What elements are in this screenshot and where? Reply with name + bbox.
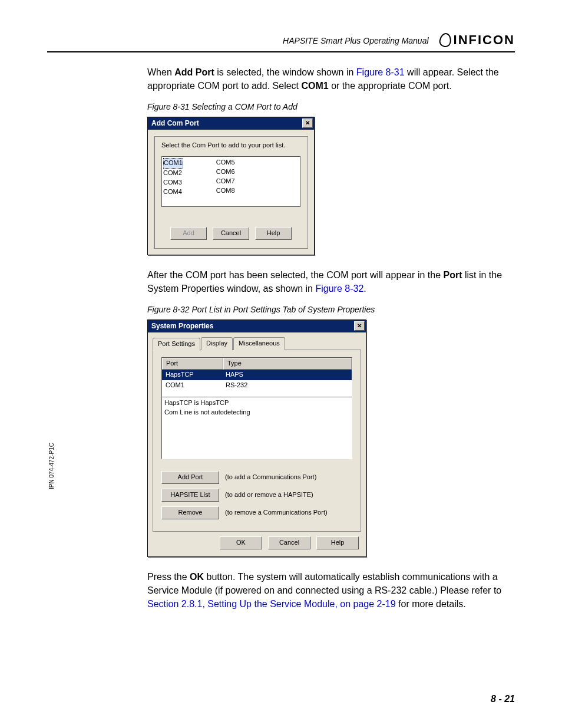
paragraph-1: When Add Port is selected, the window sh… xyxy=(147,65,515,93)
system-properties-dialog: System Properties ✕ Port Settings Displa… xyxy=(147,319,366,557)
remove-button[interactable]: Remove xyxy=(161,506,219,519)
tab-miscellaneous[interactable]: Miscellaneous xyxy=(233,337,285,350)
figure-8-32-caption: Figure 8-32 Port List in Port Settings T… xyxy=(147,304,515,315)
brand-text: INFICON xyxy=(454,32,515,48)
dialog-title: Add Com Port xyxy=(151,118,199,129)
dialog-instruction: Select the Com Port to add to your port … xyxy=(161,141,300,150)
help-button[interactable]: Help xyxy=(316,536,359,549)
list-item[interactable]: COM3 xyxy=(163,178,183,187)
add-button[interactable]: Add xyxy=(170,227,207,240)
port-list[interactable]: Port Type HapsTCP HAPS COM1 RS-232 xyxy=(161,357,352,397)
tab-display[interactable]: Display xyxy=(201,337,233,350)
list-item[interactable]: COM1 xyxy=(163,158,183,169)
list-item[interactable]: COM8 xyxy=(216,186,235,196)
table-row[interactable]: HapsTCP HAPS xyxy=(162,370,352,380)
logo-icon xyxy=(438,32,452,48)
col-header-port[interactable]: Port xyxy=(162,358,223,370)
brand-logo: INFICON xyxy=(439,32,515,48)
add-port-button[interactable]: Add Port xyxy=(161,471,219,484)
list-item[interactable]: COM2 xyxy=(163,169,183,178)
com-port-list[interactable]: COM1 COM2 COM3 COM4 COM5 COM6 COM7 COM8 xyxy=(161,156,300,207)
link-section-2-8-1[interactable]: Section 2.8.1, Setting Up the Service Mo… xyxy=(147,599,396,609)
hapsite-list-button[interactable]: HAPSITE List xyxy=(161,489,219,502)
close-icon[interactable]: ✕ xyxy=(354,321,365,331)
cancel-button[interactable]: Cancel xyxy=(213,227,249,240)
figure-8-31-caption: Figure 8-31 Selecting a COM Port to Add xyxy=(147,101,515,113)
add-port-desc: (to add a Communications Port) xyxy=(225,473,316,482)
cancel-button[interactable]: Cancel xyxy=(268,536,310,549)
header-rule xyxy=(47,51,515,52)
page-number: 8 - 21 xyxy=(491,694,515,704)
col-header-type[interactable]: Type xyxy=(223,358,352,370)
tab-port-settings[interactable]: Port Settings xyxy=(153,338,200,351)
dialog-title: System Properties xyxy=(151,321,213,331)
link-figure-8-31[interactable]: Figure 8-31 xyxy=(356,67,405,77)
status-box: HapsTCP is HapsTCP Com Line is not autod… xyxy=(161,397,352,459)
list-item[interactable]: COM6 xyxy=(216,167,235,177)
help-button[interactable]: Help xyxy=(255,227,292,240)
side-ipn: IPN 074-472-P1C xyxy=(48,443,55,489)
remove-desc: (to remove a Communications Port) xyxy=(225,508,328,518)
add-com-port-dialog: Add Com Port ✕ Select the Com Port to ad… xyxy=(147,117,315,255)
link-figure-8-32[interactable]: Figure 8-32 xyxy=(315,284,363,294)
paragraph-3: Press the OK button. The system will aut… xyxy=(147,570,515,611)
manual-title: HAPSITE Smart Plus Operating Manual xyxy=(283,36,428,48)
list-item[interactable]: COM5 xyxy=(216,158,235,167)
list-item[interactable]: COM7 xyxy=(216,177,235,186)
list-item[interactable]: COM4 xyxy=(163,187,183,197)
ok-button[interactable]: OK xyxy=(220,536,262,549)
hapsite-list-desc: (to add or remove a HAPSITE) xyxy=(225,490,313,500)
paragraph-2: After the COM port has been selected, th… xyxy=(147,268,515,295)
close-icon[interactable]: ✕ xyxy=(302,118,313,128)
table-row[interactable]: COM1 RS-232 xyxy=(162,380,352,391)
